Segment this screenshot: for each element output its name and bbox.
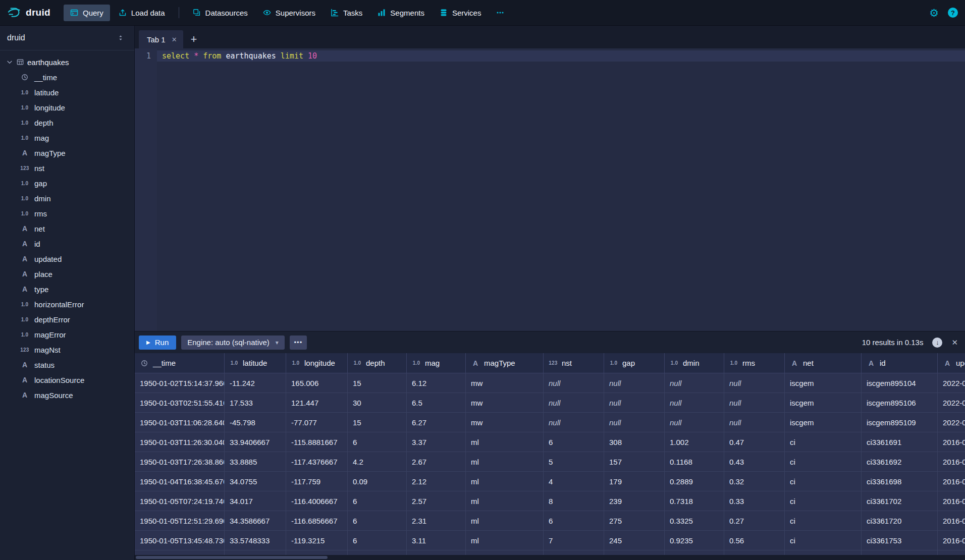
table-cell[interactable]: ci3361702: [862, 491, 938, 511]
table-cell[interactable]: ci3361691: [862, 432, 938, 452]
table-cell[interactable]: ci: [785, 491, 862, 511]
table-cell[interactable]: 1950-01-03T17:26:38.860Z: [135, 452, 225, 472]
table-cell[interactable]: 1950-01-04T16:38:45.670Z: [135, 472, 225, 491]
table-cell[interactable]: 15: [348, 413, 407, 432]
table-cell[interactable]: 0.3325: [665, 511, 724, 531]
table-cell[interactable]: 6: [348, 511, 407, 531]
table-cell[interactable]: 165.006: [286, 373, 348, 393]
tree-column-place[interactable]: Aplace: [0, 266, 134, 282]
nav-item-datasources[interactable]: Datasources: [186, 5, 254, 21]
table-row[interactable]: 1950-01-03T11:06:28.640Z-45.798-77.07715…: [135, 413, 965, 432]
download-icon[interactable]: ↓: [932, 338, 942, 348]
column-header-__time[interactable]: __time: [135, 353, 225, 373]
tree-column-rms[interactable]: 1.0rms: [0, 206, 134, 221]
table-cell[interactable]: 2022-0: [938, 413, 965, 432]
tree-column-magSource[interactable]: AmagSource: [0, 387, 134, 403]
column-header-dmin[interactable]: 1.0dmin: [665, 353, 724, 373]
tree-column-magNst[interactable]: 123magNst: [0, 342, 134, 357]
table-cell[interactable]: 6: [544, 432, 604, 452]
table-cell[interactable]: 3.37: [407, 432, 466, 452]
table-cell[interactable]: mw: [466, 373, 544, 393]
table-cell[interactable]: 2016-0: [938, 432, 965, 452]
table-cell[interactable]: 15: [348, 373, 407, 393]
column-header-gap[interactable]: 1.0gap: [604, 353, 665, 373]
table-cell[interactable]: 6: [348, 491, 407, 511]
table-cell[interactable]: 6.12: [407, 373, 466, 393]
table-cell[interactable]: 2016-0: [938, 511, 965, 531]
table-cell[interactable]: 0.09: [348, 472, 407, 491]
tree-column-id[interactable]: Aid: [0, 236, 134, 251]
tree-column-updated[interactable]: Aupdated: [0, 251, 134, 266]
tree-column-longitude[interactable]: 1.0longitude: [0, 100, 134, 115]
table-cell[interactable]: -119.3215: [286, 531, 348, 550]
tree-column-mag[interactable]: 1.0mag: [0, 130, 134, 145]
table-cell[interactable]: iscgem895109: [862, 413, 938, 432]
nav-item-query[interactable]: Query: [64, 5, 110, 21]
tree-column-magType[interactable]: AmagType: [0, 145, 134, 160]
column-header-latitude[interactable]: 1.0latitude: [225, 353, 286, 373]
run-button[interactable]: ▶ Run: [139, 335, 176, 350]
table-cell[interactable]: 1950-01-05T07:24:19.740Z: [135, 491, 225, 511]
table-cell[interactable]: 121.447: [286, 393, 348, 413]
table-cell[interactable]: ml: [466, 452, 544, 472]
table-cell[interactable]: 239: [604, 491, 665, 511]
double-caret-sort-icon[interactable]: [117, 34, 124, 41]
settings-gear-icon[interactable]: ⚙: [929, 8, 939, 18]
table-cell[interactable]: 34.0755: [225, 472, 286, 491]
table-cell[interactable]: 4.2: [348, 452, 407, 472]
table-cell[interactable]: 0.1168: [665, 452, 724, 472]
table-cell[interactable]: 0.9235: [665, 531, 724, 550]
table-cell[interactable]: 2.31: [407, 511, 466, 531]
table-cell[interactable]: 2.67: [407, 452, 466, 472]
column-header-net[interactable]: Anet: [785, 353, 862, 373]
table-cell[interactable]: null: [544, 373, 604, 393]
tree-column-latitude[interactable]: 1.0latitude: [0, 85, 134, 100]
column-header-upd[interactable]: Aupd: [938, 353, 965, 373]
tab-close-icon[interactable]: ✕: [172, 36, 177, 43]
table-cell[interactable]: null: [604, 393, 665, 413]
column-header-rms[interactable]: 1.0rms: [724, 353, 785, 373]
table-cell[interactable]: 6.5: [407, 393, 466, 413]
chevron-down-icon[interactable]: [6, 59, 13, 66]
table-cell[interactable]: 179: [604, 472, 665, 491]
tree-column-__time[interactable]: __time: [0, 70, 134, 85]
table-cell[interactable]: iscgem: [785, 393, 862, 413]
table-cell[interactable]: null: [665, 393, 724, 413]
tree-column-dmin[interactable]: 1.0dmin: [0, 191, 134, 206]
table-cell[interactable]: 33.8885: [225, 452, 286, 472]
tree-column-magError[interactable]: 1.0magError: [0, 327, 134, 342]
tree-column-status[interactable]: Astatus: [0, 357, 134, 372]
table-cell[interactable]: iscgem: [785, 373, 862, 393]
tree-column-type[interactable]: Atype: [0, 282, 134, 297]
column-header-longitude[interactable]: 1.0longitude: [286, 353, 348, 373]
table-cell[interactable]: 1950-01-03T11:26:30.040Z: [135, 432, 225, 452]
table-cell[interactable]: ci: [785, 472, 862, 491]
table-cell[interactable]: 0.43: [724, 452, 785, 472]
column-header-depth[interactable]: 1.0depth: [348, 353, 407, 373]
table-cell[interactable]: 2022-0: [938, 373, 965, 393]
table-cell[interactable]: 1950-01-05T13:45:48.730Z: [135, 531, 225, 550]
table-cell[interactable]: ml: [466, 531, 544, 550]
table-cell[interactable]: null: [544, 413, 604, 432]
table-row[interactable]: 1950-01-03T02:51:55.410Z17.533121.447306…: [135, 393, 965, 413]
table-cell[interactable]: null: [724, 393, 785, 413]
table-cell[interactable]: 0.27: [724, 511, 785, 531]
help-icon[interactable]: ?: [948, 8, 958, 18]
table-cell[interactable]: mw: [466, 393, 544, 413]
table-cell[interactable]: ci: [785, 452, 862, 472]
table-cell[interactable]: null: [724, 413, 785, 432]
column-header-nst[interactable]: 123nst: [544, 353, 604, 373]
table-cell[interactable]: 0.32: [724, 472, 785, 491]
table-cell[interactable]: 2016-0: [938, 491, 965, 511]
table-cell[interactable]: iscgem: [785, 413, 862, 432]
table-cell[interactable]: 6: [348, 432, 407, 452]
table-cell[interactable]: iscgem895106: [862, 393, 938, 413]
table-cell[interactable]: 7: [544, 531, 604, 550]
table-row[interactable]: 1950-01-05T12:51:29.690Z34.3586667-116.6…: [135, 511, 965, 531]
table-cell[interactable]: 0.56: [724, 531, 785, 550]
table-cell[interactable]: 2.57: [407, 491, 466, 511]
editor-code-area[interactable]: select * from earthquakes limit 10: [157, 48, 965, 331]
table-cell[interactable]: 1950-01-03T11:06:28.640Z: [135, 413, 225, 432]
table-cell[interactable]: -117.4376667: [286, 452, 348, 472]
table-cell[interactable]: 30: [348, 393, 407, 413]
